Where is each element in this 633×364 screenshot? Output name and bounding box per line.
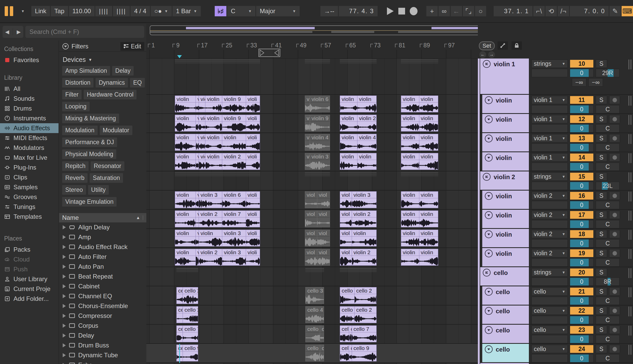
track-fold-icon[interactable] xyxy=(485,250,493,257)
volume-control[interactable]: 0 xyxy=(570,278,594,286)
solo-button[interactable]: S xyxy=(596,134,607,142)
solo-button[interactable]: S xyxy=(596,307,607,315)
audio-clip[interactable]: viol xyxy=(340,249,352,265)
audio-clip[interactable]: viol xyxy=(305,211,317,227)
solo-button[interactable]: S xyxy=(596,345,607,353)
audio-clip[interactable]: violin 9 xyxy=(222,96,246,112)
routing-menu[interactable]: strings▼ xyxy=(531,60,568,68)
routing-menu[interactable]: violin 1▼ xyxy=(531,134,568,142)
loop-start-display[interactable]: 37. 1. 1 xyxy=(494,6,533,16)
list-sort-header[interactable]: Name▲ xyxy=(59,213,146,222)
routing-menu[interactable]: cello▼ xyxy=(531,307,568,315)
track-header[interactable]: cello cello▼ 24 S 0 C xyxy=(480,344,633,363)
track-number[interactable]: 21 xyxy=(570,287,594,296)
audio-clip[interactable]: violin xyxy=(175,153,196,170)
sidebar-item-add-folder-[interactable]: Add Folder... xyxy=(0,294,59,304)
input-field[interactable] xyxy=(531,201,568,209)
filter-tag[interactable]: Vintage Emulation xyxy=(62,197,117,207)
audio-clip[interactable]: cello 9 xyxy=(352,345,376,361)
solo-button[interactable]: S xyxy=(596,230,607,238)
filter-tag[interactable]: EQ xyxy=(130,78,145,88)
audio-clip[interactable]: violin 7 xyxy=(222,211,246,227)
audio-clip[interactable]: cello 2 xyxy=(355,287,376,304)
clip-block[interactable]: violin violin 2 xyxy=(340,115,377,132)
solo-button[interactable]: S xyxy=(596,60,607,68)
audio-clip[interactable]: v xyxy=(196,153,199,170)
device-item[interactable]: Channel EQ xyxy=(59,291,146,301)
track-header[interactable]: violin violin 1▼ 14 S 0 C xyxy=(480,152,633,171)
solo-button[interactable]: S xyxy=(596,96,607,104)
device-item[interactable]: Cabinet xyxy=(59,281,146,291)
audio-clip[interactable]: cello xyxy=(340,287,355,304)
filter-tag[interactable]: Modulator xyxy=(100,126,132,135)
sidebar-item-instruments[interactable]: Instruments xyxy=(0,113,59,123)
clip-block[interactable]: cello cello 7 xyxy=(176,325,198,342)
audio-clip[interactable]: violi xyxy=(246,134,260,150)
clip-block[interactable]: violin violin 4 xyxy=(340,134,377,151)
muted-clip-block[interactable]: v violin 6 xyxy=(305,96,330,112)
sidebar-item-samples[interactable]: Samples xyxy=(0,182,59,192)
audio-clip[interactable]: cell xyxy=(340,326,349,342)
muted-clip-block[interactable]: cello c xyxy=(305,345,324,361)
audio-clip[interactable]: c xyxy=(320,326,324,342)
audio-clip[interactable]: violin xyxy=(175,96,196,112)
sidebar-item-all[interactable]: All xyxy=(0,84,59,94)
clip-block[interactable]: cello cello 2 xyxy=(176,306,198,323)
audio-clip[interactable]: v xyxy=(196,115,199,131)
track-name-cell[interactable]: violin xyxy=(482,229,529,247)
punch-in-switch-icon[interactable]: ⌐\ xyxy=(533,6,545,16)
track-name-cell[interactable]: violin xyxy=(482,95,529,113)
sidebar-item-current-proje[interactable]: Current Proje xyxy=(0,284,59,294)
audio-clip[interactable]: cello 7 xyxy=(352,326,376,342)
audio-clip[interactable]: c xyxy=(349,345,352,361)
track-number[interactable]: 10 xyxy=(570,60,594,68)
input-field[interactable] xyxy=(531,182,568,190)
expand-arrow-icon[interactable] xyxy=(63,343,66,347)
input-field[interactable] xyxy=(531,297,568,305)
track-lane[interactable]: cello cello 7 cello c cell c cello 7 xyxy=(146,325,478,344)
audio-clip[interactable]: violin xyxy=(401,153,419,170)
sidebar-item-cloud[interactable]: Cloud xyxy=(0,254,59,264)
audio-clip[interactable]: cello 3 xyxy=(306,287,324,304)
audio-clip[interactable]: violin 6 xyxy=(222,192,246,208)
track-lane[interactable]: violin v vio violin violin violi v xyxy=(146,133,478,152)
audio-clip[interactable]: viol xyxy=(340,230,352,246)
audio-clip[interactable]: v xyxy=(196,134,199,150)
track-fold-icon[interactable] xyxy=(485,211,493,219)
audio-clip[interactable]: cello 4 xyxy=(306,307,324,323)
audio-clip[interactable]: violi xyxy=(246,249,260,265)
follow-button[interactable]: →-- xyxy=(320,6,338,16)
clip-block[interactable]: violin v vio violin violin 2 violi xyxy=(175,153,260,170)
track-header[interactable]: violin violin 1▼ 12 S 0 C xyxy=(480,114,633,133)
audio-clip[interactable]: v xyxy=(196,230,199,246)
computer-midi-keyboard-button[interactable]: ⌨ xyxy=(622,6,633,16)
input-field[interactable] xyxy=(531,239,568,247)
pan-control[interactable]: C xyxy=(596,105,620,113)
filter-tag[interactable]: Distortion xyxy=(62,78,93,88)
pan-control[interactable]: 29R xyxy=(596,69,620,77)
device-item[interactable]: Chorus-Ensemble xyxy=(59,301,146,311)
track-number[interactable]: 23 xyxy=(570,326,594,334)
filter-category-menu[interactable]: Devices▼ xyxy=(59,52,146,65)
audio-clip[interactable]: cello xyxy=(306,345,320,361)
edit-filters-button[interactable]: Edit xyxy=(120,42,144,51)
key-signature-button[interactable]: ♭♯ xyxy=(215,6,226,16)
muted-clip-block[interactable]: v violin 4 xyxy=(305,134,330,151)
track-header[interactable]: violin violin 1▼ 11 S 0 C xyxy=(480,95,633,114)
track-lane[interactable]: violin v vio violin violin 2 violi v xyxy=(146,152,478,171)
clip-block[interactable]: violin violin xyxy=(401,115,438,132)
clip-block[interactable]: violin v violin 3 violin 6 violi xyxy=(175,191,260,208)
audio-clip[interactable]: violi xyxy=(246,192,260,208)
solo-button[interactable]: S xyxy=(596,249,607,257)
routing-menu[interactable]: violin 2▼ xyxy=(531,230,568,238)
volume-control[interactable]: 0 xyxy=(570,354,594,362)
track-name-cell[interactable]: cello xyxy=(480,267,529,286)
pan-control[interactable]: C xyxy=(596,124,620,133)
back-button[interactable]: ◀ xyxy=(5,29,9,35)
volume-control[interactable]: 0 xyxy=(570,105,594,113)
input-field[interactable] xyxy=(531,124,568,133)
track-name-cell[interactable]: cello xyxy=(482,325,529,343)
audio-clip[interactable]: cello 2 xyxy=(355,307,376,323)
routing-menu[interactable]: cello▼ xyxy=(531,345,568,353)
audio-clip[interactable]: violin 6 xyxy=(310,96,330,112)
